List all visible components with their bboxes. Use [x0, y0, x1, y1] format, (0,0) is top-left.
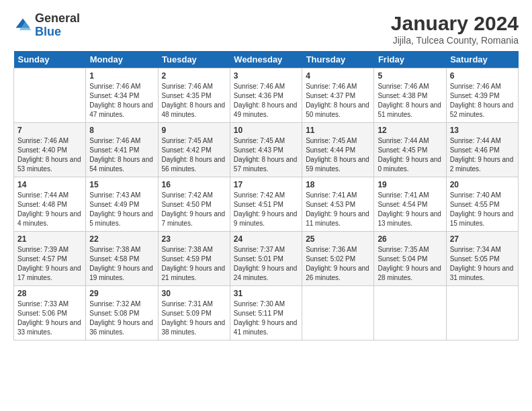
date-number: 25 — [306, 234, 370, 244]
cell-4-7: 27Sunrise: 7:34 AMSunset: 5:05 PMDayligh… — [446, 232, 518, 286]
cell-info: Sunrise: 7:46 AMSunset: 4:34 PMDaylight:… — [89, 82, 154, 120]
cell-info: Sunrise: 7:35 AMSunset: 5:04 PMDaylight:… — [378, 245, 442, 283]
cell-5-5 — [302, 286, 374, 340]
subtitle: Jijila, Tulcea County, Romania — [391, 35, 519, 46]
cell-info: Sunrise: 7:32 AMSunset: 5:08 PMDaylight:… — [89, 300, 154, 337]
cell-1-7: 6Sunrise: 7:46 AMSunset: 4:39 PMDaylight… — [446, 68, 518, 123]
cell-2-2: 8Sunrise: 7:46 AMSunset: 4:41 PMDaylight… — [86, 123, 158, 177]
logo-icon — [13, 16, 32, 35]
cell-info: Sunrise: 7:31 AMSunset: 5:09 PMDaylight:… — [162, 300, 226, 337]
col-header-friday: Friday — [374, 51, 446, 68]
date-number: 7 — [17, 126, 82, 135]
date-number: 19 — [378, 180, 442, 189]
cell-info: Sunrise: 7:34 AMSunset: 5:05 PMDaylight:… — [450, 245, 515, 283]
cell-info: Sunrise: 7:46 AMSunset: 4:36 PMDaylight:… — [234, 82, 298, 120]
cell-5-1: 28Sunrise: 7:33 AMSunset: 5:06 PMDayligh… — [14, 286, 86, 340]
cell-2-5: 11Sunrise: 7:45 AMSunset: 4:44 PMDayligh… — [302, 123, 374, 177]
cell-info: Sunrise: 7:37 AMSunset: 5:01 PMDaylight:… — [234, 245, 298, 283]
cell-info: Sunrise: 7:44 AMSunset: 4:46 PMDaylight:… — [450, 136, 515, 174]
week-row-1: 1Sunrise: 7:46 AMSunset: 4:34 PMDaylight… — [14, 68, 519, 123]
week-row-5: 28Sunrise: 7:33 AMSunset: 5:06 PMDayligh… — [14, 286, 519, 340]
cell-info: Sunrise: 7:39 AMSunset: 4:57 PMDaylight:… — [17, 245, 82, 283]
date-number: 30 — [162, 289, 226, 298]
date-number: 16 — [162, 180, 226, 189]
date-number: 17 — [234, 180, 298, 189]
col-header-sunday: Sunday — [14, 51, 86, 68]
cell-info: Sunrise: 7:30 AMSunset: 5:11 PMDaylight:… — [234, 300, 298, 337]
cell-info: Sunrise: 7:45 AMSunset: 4:43 PMDaylight:… — [234, 136, 298, 174]
date-number: 20 — [450, 180, 515, 189]
date-number: 31 — [234, 289, 298, 298]
cell-info: Sunrise: 7:33 AMSunset: 5:06 PMDaylight:… — [17, 300, 82, 337]
col-header-wednesday: Wednesday — [230, 51, 302, 68]
cell-info: Sunrise: 7:38 AMSunset: 4:59 PMDaylight:… — [162, 245, 226, 283]
col-header-saturday: Saturday — [446, 51, 518, 68]
cell-1-2: 1Sunrise: 7:46 AMSunset: 4:34 PMDaylight… — [86, 68, 158, 123]
cell-3-1: 14Sunrise: 7:44 AMSunset: 4:48 PMDayligh… — [14, 177, 86, 232]
date-number: 23 — [162, 234, 226, 244]
cell-1-4: 3Sunrise: 7:46 AMSunset: 4:36 PMDaylight… — [230, 68, 302, 123]
cell-3-2: 15Sunrise: 7:43 AMSunset: 4:49 PMDayligh… — [86, 177, 158, 232]
cell-3-5: 18Sunrise: 7:41 AMSunset: 4:53 PMDayligh… — [302, 177, 374, 232]
logo-text: General Blue — [35, 12, 80, 39]
cell-2-6: 12Sunrise: 7:44 AMSunset: 4:45 PMDayligh… — [374, 123, 446, 177]
date-number: 2 — [162, 71, 226, 81]
cell-1-6: 5Sunrise: 7:46 AMSunset: 4:38 PMDaylight… — [374, 68, 446, 123]
logo-blue: Blue — [35, 26, 80, 39]
logo-general: General — [35, 12, 80, 26]
header: General Blue January 2024 Jijila, Tulcea… — [13, 12, 519, 46]
cell-info: Sunrise: 7:45 AMSunset: 4:44 PMDaylight:… — [306, 136, 370, 174]
cell-info: Sunrise: 7:44 AMSunset: 4:45 PMDaylight:… — [378, 136, 442, 174]
cell-3-7: 20Sunrise: 7:40 AMSunset: 4:55 PMDayligh… — [446, 177, 518, 232]
date-number: 12 — [378, 126, 442, 135]
cell-3-3: 16Sunrise: 7:42 AMSunset: 4:50 PMDayligh… — [158, 177, 230, 232]
cell-info: Sunrise: 7:41 AMSunset: 4:54 PMDaylight:… — [378, 191, 442, 228]
cell-3-4: 17Sunrise: 7:42 AMSunset: 4:51 PMDayligh… — [230, 177, 302, 232]
cell-info: Sunrise: 7:36 AMSunset: 5:02 PMDaylight:… — [306, 245, 370, 283]
date-number: 11 — [306, 126, 370, 135]
logo: General Blue — [13, 12, 80, 39]
cell-2-4: 10Sunrise: 7:45 AMSunset: 4:43 PMDayligh… — [230, 123, 302, 177]
header-row: SundayMondayTuesdayWednesdayThursdayFrid… — [14, 51, 519, 68]
date-number: 13 — [450, 126, 515, 135]
cell-4-4: 24Sunrise: 7:37 AMSunset: 5:01 PMDayligh… — [230, 232, 302, 286]
cell-info: Sunrise: 7:46 AMSunset: 4:40 PMDaylight:… — [17, 136, 82, 174]
cell-info: Sunrise: 7:45 AMSunset: 4:42 PMDaylight:… — [162, 136, 226, 174]
date-number: 24 — [234, 234, 298, 244]
date-number: 5 — [378, 71, 442, 81]
page: General Blue January 2024 Jijila, Tulcea… — [0, 0, 532, 411]
cell-5-7 — [446, 286, 518, 340]
cell-info: Sunrise: 7:38 AMSunset: 4:58 PMDaylight:… — [89, 245, 154, 283]
cell-1-3: 2Sunrise: 7:46 AMSunset: 4:35 PMDaylight… — [158, 68, 230, 123]
date-number: 1 — [89, 71, 154, 81]
main-title: January 2024 — [391, 12, 519, 35]
date-number: 29 — [89, 289, 154, 298]
cell-info: Sunrise: 7:46 AMSunset: 4:39 PMDaylight:… — [450, 82, 515, 120]
date-number: 26 — [378, 234, 442, 244]
cell-info: Sunrise: 7:46 AMSunset: 4:38 PMDaylight:… — [378, 82, 442, 120]
week-row-3: 14Sunrise: 7:44 AMSunset: 4:48 PMDayligh… — [14, 177, 519, 232]
cell-info: Sunrise: 7:42 AMSunset: 4:51 PMDaylight:… — [234, 191, 298, 228]
date-number: 18 — [306, 180, 370, 189]
col-header-monday: Monday — [86, 51, 158, 68]
date-number: 28 — [17, 289, 82, 298]
date-number: 9 — [162, 126, 226, 135]
week-row-2: 7Sunrise: 7:46 AMSunset: 4:40 PMDaylight… — [14, 123, 519, 177]
cell-info: Sunrise: 7:46 AMSunset: 4:37 PMDaylight:… — [306, 82, 370, 120]
cell-4-2: 22Sunrise: 7:38 AMSunset: 4:58 PMDayligh… — [86, 232, 158, 286]
date-number: 14 — [17, 180, 82, 189]
cell-1-1 — [14, 68, 86, 123]
date-number: 22 — [89, 234, 154, 244]
cell-4-3: 23Sunrise: 7:38 AMSunset: 4:59 PMDayligh… — [158, 232, 230, 286]
date-number: 15 — [89, 180, 154, 189]
week-row-4: 21Sunrise: 7:39 AMSunset: 4:57 PMDayligh… — [14, 232, 519, 286]
cell-info: Sunrise: 7:44 AMSunset: 4:48 PMDaylight:… — [17, 191, 82, 228]
date-number: 3 — [234, 71, 298, 81]
cell-info: Sunrise: 7:46 AMSunset: 4:35 PMDaylight:… — [162, 82, 226, 120]
calendar-table: SundayMondayTuesdayWednesdayThursdayFrid… — [13, 51, 519, 340]
date-number: 8 — [89, 126, 154, 135]
cell-4-6: 26Sunrise: 7:35 AMSunset: 5:04 PMDayligh… — [374, 232, 446, 286]
cell-info: Sunrise: 7:46 AMSunset: 4:41 PMDaylight:… — [89, 136, 154, 174]
cell-3-6: 19Sunrise: 7:41 AMSunset: 4:54 PMDayligh… — [374, 177, 446, 232]
col-header-tuesday: Tuesday — [158, 51, 230, 68]
